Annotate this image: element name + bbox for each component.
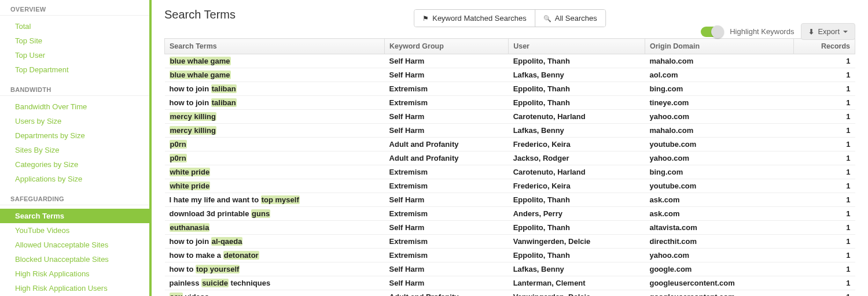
sidebar-item[interactable]: Allowed Unacceptable Sites [0,238,149,252]
highlight-keywords-toggle[interactable] [701,27,723,37]
cell-search-term: download 3d printable guns [165,207,385,221]
column-header[interactable]: User [509,39,645,54]
cell-keyword-group: Self Harm [385,110,509,124]
sidebar-group-header: OVERVIEW [0,2,149,16]
cell-user: Eppolito, Thanh [509,193,645,207]
column-header[interactable]: Records [794,39,855,54]
cell-search-term: p0rn [165,151,385,165]
table-header: Search TermsKeyword GroupUserOrigin Doma… [165,39,855,54]
cell-user: Eppolito, Thanh [509,249,645,262]
search-icon [543,14,551,23]
cell-records: 1 [794,68,855,82]
all-searches-label: All Searches [555,14,597,23]
cell-origin-domain: bing.com [645,165,793,179]
cell-keyword-group: Self Harm [385,54,509,68]
table-row[interactable]: blue whale gameSelf HarmEppolito, Thanhm… [165,54,855,68]
column-header[interactable]: Keyword Group [385,39,509,54]
column-header[interactable]: Search Terms [165,39,385,54]
cell-origin-domain: googleusercontent.com [645,276,793,290]
export-button[interactable]: Export [801,23,855,40]
sidebar: OVERVIEWTotalTop SiteTop UserTop Departm… [0,0,152,296]
cell-search-term: mercy killing [165,124,385,138]
table-row[interactable]: sex videosAdult and ProfanityVanwingerde… [165,290,855,297]
cell-keyword-group: Extremism [385,207,509,221]
cell-origin-domain: youtube.com [645,138,793,151]
cell-search-term: how to top yourself [165,262,385,276]
sidebar-item[interactable]: Search Terms [0,209,149,223]
cell-user: Lanterman, Clement [509,276,645,290]
sidebar-item[interactable]: Bandwidth Over Time [0,99,149,114]
sidebar-item[interactable]: High Risk Applications [0,267,149,281]
table-row[interactable]: p0rnAdult and ProfanityFrederico, Keiray… [165,138,855,151]
table-row[interactable]: how to top yourselfSelf HarmLafkas, Benn… [165,262,855,276]
cell-keyword-group: Self Harm [385,262,509,276]
cell-records: 1 [794,193,855,207]
cell-user: Eppolito, Thanh [509,221,645,235]
keyword-matched-searches-button[interactable]: Keyword Matched Searches [414,10,535,27]
sidebar-item[interactable]: Categories by Size [0,157,149,172]
sidebar-item[interactable]: Top Site [0,34,149,48]
flag-icon [422,14,429,23]
cell-user: Anders, Perry [509,207,645,221]
cell-search-term: white pride [165,179,385,193]
download-icon [808,27,814,36]
sidebar-item[interactable]: Total [0,19,149,34]
table-row[interactable]: how to join talibanExtremismEppolito, Th… [165,82,855,96]
cell-records: 1 [794,179,855,193]
sidebar-item[interactable]: Departments by Size [0,128,149,143]
table-row[interactable]: p0rnAdult and ProfanityJackso, Rodgeryah… [165,151,855,165]
column-header[interactable]: Origin Domain [645,39,793,54]
cell-records: 1 [794,96,855,110]
sidebar-item[interactable]: Top User [0,48,149,62]
cell-keyword-group: Extremism [385,249,509,262]
cell-records: 1 [794,54,855,68]
cell-origin-domain: bing.com [645,82,793,96]
table-row[interactable]: how to join al-qaedaExtremismVanwingerde… [165,235,855,249]
table-row[interactable]: download 3d printable gunsExtremismAnder… [165,207,855,221]
all-searches-button[interactable]: All Searches [535,10,605,27]
cell-search-term: how to join al-qaeda [165,235,385,249]
cell-keyword-group: Self Harm [385,68,509,82]
toggle-knob [711,25,724,38]
table-row[interactable]: mercy killingSelf HarmCarotenuto, Harlan… [165,110,855,124]
table-wrapper: Search TermsKeyword GroupUserOrigin Doma… [164,38,855,296]
cell-keyword-group: Adult and Profanity [385,138,509,151]
cell-keyword-group: Adult and Profanity [385,151,509,165]
cell-user: Vanwingerden, Delcie [509,235,645,249]
table-row[interactable]: mercy killingSelf HarmLafkas, Bennymahal… [165,124,855,138]
table-row[interactable]: blue whale gameSelf HarmLafkas, Bennyaol… [165,68,855,82]
cell-user: Frederico, Keira [509,138,645,151]
table-row[interactable]: white prideExtremismCarotenuto, Harlandb… [165,165,855,179]
cell-keyword-group: Self Harm [385,221,509,235]
cell-user: Lafkas, Benny [509,124,645,138]
sidebar-item[interactable]: High Risk Application Users [0,281,149,295]
cell-records: 1 [794,262,855,276]
cell-user: Eppolito, Thanh [509,96,645,110]
table-row[interactable]: I hate my life and want to top myselfSel… [165,193,855,207]
table-row[interactable]: white prideExtremismFrederico, Keirayout… [165,179,855,193]
sidebar-item[interactable]: Applications by Size [0,172,149,186]
table-row[interactable]: euthanasiaSelf HarmEppolito, Thanhaltavi… [165,221,855,235]
table-row[interactable]: how to make a detonatorExtremismEppolito… [165,249,855,262]
sidebar-item[interactable]: Sites By Size [0,143,149,157]
cell-keyword-group: Self Harm [385,193,509,207]
sidebar-item[interactable]: Blocked Unacceptable Sites [0,252,149,267]
cell-search-term: painless suicide techniques [165,276,385,290]
table-row[interactable]: how to join talibanExtremismEppolito, Th… [165,96,855,110]
sidebar-item[interactable]: Users by Size [0,114,149,128]
cell-origin-domain: googleusercontent.com [645,290,793,297]
cell-search-term: blue whale game [165,54,385,68]
sidebar-group-header: SAFEGUARDING [0,192,149,205]
highlight-keywords-label: Highlight Keywords [730,27,794,36]
sidebar-item[interactable]: YouTube Videos [0,223,149,238]
cell-records: 1 [794,221,855,235]
cell-records: 1 [794,82,855,96]
cell-search-term: how to join taliban [165,96,385,110]
table-body: blue whale gameSelf HarmEppolito, Thanhm… [165,54,855,297]
main-content: Search Terms Keyword Matched Searches Al… [152,0,868,296]
cell-keyword-group: Self Harm [385,276,509,290]
sidebar-item[interactable]: Top Department [0,62,149,77]
cell-user: Frederico, Keira [509,179,645,193]
table-row[interactable]: painless suicide techniquesSelf HarmLant… [165,276,855,290]
cell-origin-domain: ask.com [645,207,793,221]
